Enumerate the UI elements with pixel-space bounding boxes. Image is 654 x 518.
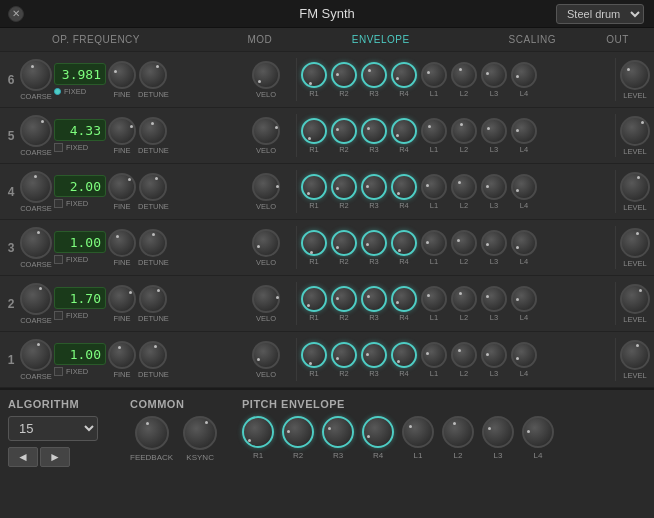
knob-l4-op6[interactable] <box>511 62 537 88</box>
knob-feedback[interactable] <box>135 416 169 450</box>
knob-r3-op1[interactable] <box>361 342 387 368</box>
freq-display-op6[interactable]: 3.981 <box>54 63 106 85</box>
velo-knob-op2[interactable] <box>252 285 280 313</box>
freq-display-op5[interactable]: 4.33 <box>54 119 106 141</box>
knob-l3-op1[interactable] <box>481 342 507 368</box>
fine-knob-op5[interactable] <box>108 117 136 145</box>
knob-ksync[interactable] <box>183 416 217 450</box>
knob-r2-op2[interactable] <box>331 286 357 312</box>
knob-pitch-r4[interactable] <box>362 416 394 448</box>
knob-r1-op6[interactable] <box>301 62 327 88</box>
coarse-knob-op5[interactable] <box>20 115 52 147</box>
knob-l4-op2[interactable] <box>511 286 537 312</box>
knob-r4-op6[interactable] <box>391 62 417 88</box>
fine-knob-op1[interactable] <box>108 341 136 369</box>
detune-knob-op5[interactable] <box>139 117 167 145</box>
knob-r1-op1[interactable] <box>301 342 327 368</box>
knob-l2-op5[interactable] <box>451 118 477 144</box>
velo-knob-op5[interactable] <box>252 117 280 145</box>
fixed-checkbox-op4[interactable] <box>54 199 63 208</box>
knob-l2-op1[interactable] <box>451 342 477 368</box>
coarse-knob-op4[interactable] <box>20 171 52 203</box>
knob-l3-op6[interactable] <box>481 62 507 88</box>
velo-knob-op6[interactable] <box>252 61 280 89</box>
knob-r2-op6[interactable] <box>331 62 357 88</box>
knob-l2-op2[interactable] <box>451 286 477 312</box>
knob-r2-op1[interactable] <box>331 342 357 368</box>
knob-l4-op5[interactable] <box>511 118 537 144</box>
knob-l1-op1[interactable] <box>421 342 447 368</box>
knob-r2-op4[interactable] <box>331 174 357 200</box>
knob-pitch-l3[interactable] <box>482 416 514 448</box>
knob-r4-op1[interactable] <box>391 342 417 368</box>
freq-display-op1[interactable]: 1.00 <box>54 343 106 365</box>
coarse-knob-op6[interactable] <box>20 59 52 91</box>
knob-l4-op3[interactable] <box>511 230 537 256</box>
detune-knob-op3[interactable] <box>139 229 167 257</box>
fine-knob-op4[interactable] <box>108 173 136 201</box>
level-knob-op1[interactable] <box>620 340 650 370</box>
knob-r3-op2[interactable] <box>361 286 387 312</box>
freq-display-op4[interactable]: 2.00 <box>54 175 106 197</box>
knob-l2-op6[interactable] <box>451 62 477 88</box>
knob-l2-op4[interactable] <box>451 174 477 200</box>
knob-r4-op4[interactable] <box>391 174 417 200</box>
detune-knob-op1[interactable] <box>139 341 167 369</box>
detune-knob-op6[interactable] <box>139 61 167 89</box>
knob-pitch-r3[interactable] <box>322 416 354 448</box>
level-knob-op3[interactable] <box>620 228 650 258</box>
fixed-checkbox-op5[interactable] <box>54 143 63 152</box>
knob-l1-op2[interactable] <box>421 286 447 312</box>
knob-r4-op5[interactable] <box>391 118 417 144</box>
velo-knob-op3[interactable] <box>252 229 280 257</box>
coarse-knob-op3[interactable] <box>20 227 52 259</box>
fixed-checkbox-op2[interactable] <box>54 311 63 320</box>
fine-knob-op3[interactable] <box>108 229 136 257</box>
knob-r1-op4[interactable] <box>301 174 327 200</box>
fixed-checkbox-op3[interactable] <box>54 255 63 264</box>
level-knob-op5[interactable] <box>620 116 650 146</box>
level-knob-op2[interactable] <box>620 284 650 314</box>
knob-r3-op4[interactable] <box>361 174 387 200</box>
knob-l3-op5[interactable] <box>481 118 507 144</box>
detune-knob-op2[interactable] <box>139 285 167 313</box>
level-knob-op4[interactable] <box>620 172 650 202</box>
knob-l3-op3[interactable] <box>481 230 507 256</box>
preset-select[interactable]: Steel drum <box>556 4 644 24</box>
knob-r1-op5[interactable] <box>301 118 327 144</box>
knob-l1-op6[interactable] <box>421 62 447 88</box>
knob-pitch-l4[interactable] <box>522 416 554 448</box>
knob-r4-op2[interactable] <box>391 286 417 312</box>
knob-r2-op3[interactable] <box>331 230 357 256</box>
knob-r1-op3[interactable] <box>301 230 327 256</box>
knob-r3-op3[interactable] <box>361 230 387 256</box>
knob-l4-op4[interactable] <box>511 174 537 200</box>
algo-prev-button[interactable]: ◄ <box>8 447 38 467</box>
coarse-knob-op2[interactable] <box>20 283 52 315</box>
knob-pitch-r1[interactable] <box>242 416 274 448</box>
fine-knob-op2[interactable] <box>108 285 136 313</box>
knob-l2-op3[interactable] <box>451 230 477 256</box>
knob-r2-op5[interactable] <box>331 118 357 144</box>
knob-r1-op2[interactable] <box>301 286 327 312</box>
detune-knob-op4[interactable] <box>139 173 167 201</box>
algo-next-button[interactable]: ► <box>40 447 70 467</box>
knob-l1-op3[interactable] <box>421 230 447 256</box>
knob-l3-op2[interactable] <box>481 286 507 312</box>
fine-knob-op6[interactable] <box>108 61 136 89</box>
close-button[interactable]: ✕ <box>8 6 24 22</box>
knob-pitch-l2[interactable] <box>442 416 474 448</box>
level-knob-op6[interactable] <box>620 60 650 90</box>
velo-knob-op4[interactable] <box>252 173 280 201</box>
coarse-knob-op1[interactable] <box>20 339 52 371</box>
algorithm-select[interactable]: 15 <box>8 416 98 441</box>
knob-l1-op4[interactable] <box>421 174 447 200</box>
knob-l3-op4[interactable] <box>481 174 507 200</box>
knob-r3-op6[interactable] <box>361 62 387 88</box>
knob-pitch-l1[interactable] <box>402 416 434 448</box>
knob-pitch-r2[interactable] <box>282 416 314 448</box>
freq-display-op3[interactable]: 1.00 <box>54 231 106 253</box>
knob-r3-op5[interactable] <box>361 118 387 144</box>
knob-l4-op1[interactable] <box>511 342 537 368</box>
velo-knob-op1[interactable] <box>252 341 280 369</box>
